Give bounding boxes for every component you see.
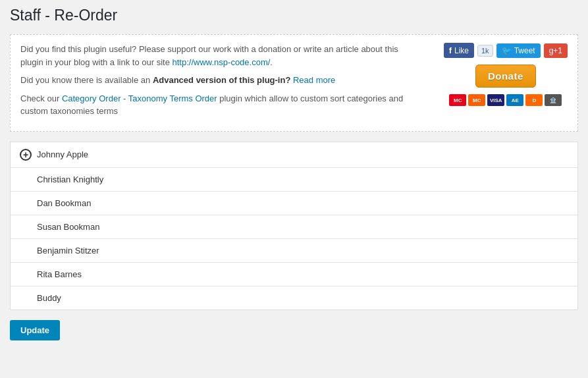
read-more-link[interactable]: Read more: [293, 75, 335, 85]
tweet-label: Tweet: [514, 46, 535, 55]
page-title: Staff - Re-Order: [10, 7, 578, 24]
facebook-icon: f: [449, 45, 452, 55]
staff-name: Buddy: [37, 293, 61, 303]
gplus-label: g+1: [549, 46, 562, 55]
staff-name: Dan Bookman: [37, 198, 91, 208]
staff-name: Benjamin Stitzer: [37, 246, 99, 256]
info-line3: Check our Category Order - Taxonomy Term…: [20, 92, 417, 118]
staff-row[interactable]: Johnny Apple: [11, 142, 577, 168]
staff-row[interactable]: Susan Bookman: [11, 215, 577, 239]
info-text: Did you find this plugin useful? Please …: [20, 43, 417, 123]
discover-icon: D: [525, 94, 543, 106]
info-box: Did you find this plugin useful? Please …: [10, 34, 578, 132]
mastercard-icon: MC: [449, 94, 466, 106]
staff-row[interactable]: Christian Knightly: [11, 168, 577, 192]
donate-button[interactable]: Donate: [475, 65, 536, 88]
update-button[interactable]: Update: [10, 320, 60, 340]
bank-icon: 🏦: [545, 94, 562, 106]
gplus-button[interactable]: g+1: [544, 43, 568, 58]
staff-row[interactable]: Rita Barnes: [11, 263, 577, 286]
category-order-link[interactable]: Category Order - Taxonomy Terms Order: [62, 94, 217, 103]
drag-handle-icon: [20, 149, 32, 161]
visa-icon: VISA: [487, 94, 504, 106]
like-count: 1k: [477, 45, 493, 57]
social-buttons: f Like 1k 🐦 Tweet g+1: [444, 43, 568, 58]
site-link[interactable]: http://www.nsp-code.com/: [173, 57, 271, 67]
staff-name: Johnny Apple: [37, 149, 88, 159]
staff-row[interactable]: Dan Bookman: [11, 192, 577, 215]
info-line2: Did you know there is available an Advan…: [20, 74, 417, 87]
payment-icons: MC MC VISA AE D 🏦: [449, 94, 562, 106]
staff-name: Rita Barnes: [37, 269, 82, 279]
tweet-bird-icon: 🐦: [502, 46, 512, 55]
social-actions: f Like 1k 🐦 Tweet g+1 Donate MC MC VISA …: [444, 43, 568, 106]
facebook-like-button[interactable]: f Like: [444, 43, 474, 58]
staff-name: Susan Bookman: [37, 222, 99, 232]
staff-name: Christian Knightly: [37, 175, 103, 184]
info-line1: Did you find this plugin useful? Please …: [20, 43, 417, 68]
like-label: Like: [454, 46, 469, 55]
staff-list: Johnny AppleChristian KnightlyDan Bookma…: [10, 142, 578, 310]
staff-row[interactable]: Buddy: [11, 286, 577, 310]
amex-icon: AE: [506, 94, 523, 106]
tweet-button[interactable]: 🐦 Tweet: [496, 43, 541, 58]
staff-row[interactable]: Benjamin Stitzer: [11, 239, 577, 263]
mastercard2-icon: MC: [468, 94, 485, 106]
